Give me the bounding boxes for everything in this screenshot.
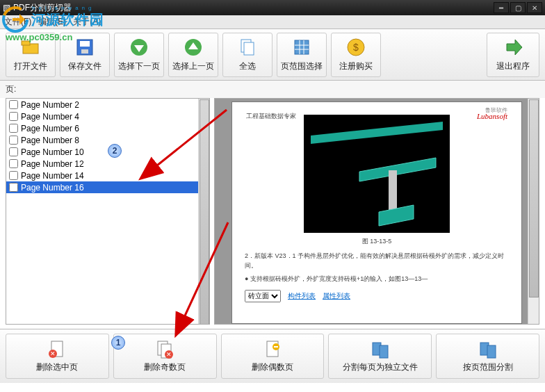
page-checkbox[interactable]: [9, 112, 18, 121]
exit-label: 退出程序: [496, 60, 530, 72]
page-label: Page Number 14: [21, 171, 84, 181]
split-each-label: 分割每页为独立文件: [343, 361, 418, 373]
link-property-list[interactable]: 属性列表: [323, 291, 350, 301]
link-component-list[interactable]: 构件列表: [288, 291, 316, 301]
register-button[interactable]: $ 注册购买: [331, 33, 381, 77]
annotation-badge-2: 2: [108, 144, 122, 158]
exit-button[interactable]: 退出程序: [487, 33, 539, 77]
page-diagram: [304, 115, 450, 233]
svg-rect-37: [487, 345, 496, 358]
delete-even-label: 删除偶数页: [252, 361, 293, 373]
split-each-button[interactable]: 分割每页为独立文件: [328, 334, 432, 379]
arrow-right-green-icon: [503, 37, 523, 58]
select-all-label: 全选: [239, 60, 256, 72]
page-list-item[interactable]: Page Number 14: [6, 170, 209, 181]
page-checkbox[interactable]: [9, 147, 18, 156]
svg-text:✕: ✕: [50, 350, 56, 357]
next-page-button[interactable]: 选择下一页: [114, 33, 164, 77]
page-delete-even-icon: [263, 339, 282, 359]
pages-stack-icon: [237, 37, 258, 58]
svg-rect-35: [380, 345, 388, 358]
pages-range-split-icon: [478, 339, 498, 359]
page-list-item[interactable]: Page Number 4: [6, 111, 209, 122]
save-file-label: 保存文件: [68, 60, 101, 72]
prev-page-button[interactable]: 选择上一页: [168, 33, 218, 77]
page-delete-icon: ✕: [47, 339, 67, 359]
page-range-button[interactable]: 页范围选择: [277, 33, 327, 77]
page-delete-odd-icon: ✕: [155, 339, 174, 359]
svg-text:✕: ✕: [166, 351, 172, 358]
maximize-button[interactable]: ▢: [510, 2, 526, 13]
page-checkbox[interactable]: [9, 171, 18, 180]
pages-label: 页:: [0, 81, 545, 98]
page-label: Page Number 12: [21, 159, 84, 169]
arrow-up-green-icon: [183, 37, 204, 58]
prev-page-label: 选择上一页: [172, 60, 214, 72]
page-list[interactable]: Page Number 2Page Number 4Page Number 6P…: [6, 98, 210, 325]
register-label: 注册购买: [339, 60, 373, 72]
bullet-1: 2．新版本 V23．1 予构件悬层外扩优化，能有效的解决悬层根据砖模外扩的需求，…: [245, 252, 509, 270]
page-list-item[interactable]: Page Number 16: [6, 181, 209, 193]
page-list-item[interactable]: Page Number 8: [6, 134, 209, 146]
page-checkbox[interactable]: [9, 124, 18, 133]
page-label: Page Number 16: [21, 183, 84, 193]
page-range-label: 页范围选择: [281, 60, 323, 72]
grid-icon: [291, 37, 312, 58]
bullet-2: ● 支持根据砖模外扩，外扩宽度支持砖模+1的输入，如图13—13—: [245, 275, 509, 284]
page-checkbox[interactable]: [9, 183, 18, 192]
pdf-page-preview: 工程基础数据专家 鲁班软件 Lubansoft 图 13-13-5 2．新版本 …: [231, 101, 522, 324]
page-label: Page Number 2: [21, 100, 79, 110]
svg-rect-11: [295, 40, 309, 54]
bottom-toolbar: ✕ 删除选中页 ✕ 删除奇数页 删除偶数页 分割每页为独立文件 按页范围分割: [0, 329, 545, 383]
preview-panel: 工程基础数据专家 鲁班软件 Lubansoft 图 13-13-5 2．新版本 …: [214, 98, 539, 325]
page-header: 工程基础数据专家: [246, 112, 296, 121]
svg-marker-43: [13, 14, 25, 25]
delete-selected-label: 删除选中页: [36, 361, 78, 373]
delete-odd-button[interactable]: ✕ 删除奇数页: [113, 334, 217, 379]
delete-even-button[interactable]: 删除偶数页: [221, 334, 325, 379]
page-list-item[interactable]: Page Number 12: [6, 158, 209, 170]
annotation-badge-1: 1: [111, 336, 125, 350]
next-page-label: 选择下一页: [118, 60, 160, 72]
arrow-down-green-icon: [129, 37, 149, 58]
select-all-button[interactable]: 全选: [222, 33, 272, 77]
watermark-url: www.pc0359.cn: [6, 32, 104, 42]
minimize-button[interactable]: ━: [494, 2, 509, 13]
svg-marker-18: [507, 40, 522, 55]
split-range-label: 按页范围分割: [463, 361, 513, 373]
close-button[interactable]: ✕: [527, 2, 542, 13]
page-label: Page Number 4: [21, 112, 79, 122]
open-file-label: 打开文件: [14, 60, 47, 72]
page-label: Page Number 6: [21, 124, 79, 133]
page-checkbox[interactable]: [9, 100, 18, 109]
watermark-logo-icon: [1, 6, 29, 33]
watermark-name: 河源软件园: [31, 10, 104, 29]
svg-rect-10: [244, 42, 254, 55]
main-area: Page Number 2Page Number 4Page Number 6P…: [0, 98, 545, 329]
pages-split-icon: [371, 339, 390, 359]
page-list-item[interactable]: Page Number 6: [6, 122, 209, 134]
figure-caption: 图 13-13-5: [245, 237, 509, 246]
coin-icon: $: [345, 37, 366, 58]
watermark-pinyin: hejianwang: [32, 5, 95, 11]
svg-rect-4: [81, 49, 88, 54]
page-list-scrollbar[interactable]: [198, 99, 209, 324]
delete-selected-button[interactable]: ✕ 删除选中页: [6, 334, 109, 379]
page-label: Page Number 8: [21, 136, 79, 145]
watermark: hejianwang 河源软件园 www.pc0359.cn: [1, 6, 104, 42]
page-label: Page Number 10: [21, 147, 84, 157]
page-checkbox[interactable]: [9, 136, 18, 145]
page-list-item[interactable]: Page Number 2: [6, 99, 209, 111]
split-range-button[interactable]: 按页范围分割: [436, 334, 539, 379]
delete-odd-label: 删除奇数页: [144, 361, 186, 373]
preview-scrollbar[interactable]: [528, 99, 539, 324]
page-checkbox[interactable]: [9, 159, 18, 168]
svg-rect-22: [389, 170, 397, 212]
svg-text:$: $: [353, 42, 359, 53]
brand-en: Lubansoft: [477, 112, 507, 120]
select-brick-face[interactable]: 砖立面: [245, 290, 281, 302]
